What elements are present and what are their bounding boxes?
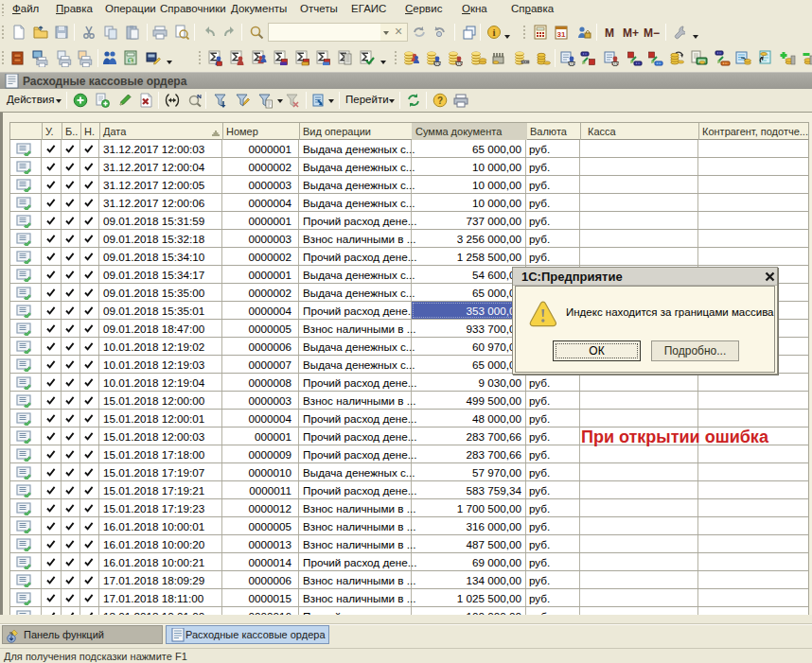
svg-text:31: 31: [557, 30, 566, 39]
svg-text:?: ?: [437, 96, 443, 106]
svg-text:$: $: [129, 58, 132, 64]
svg-text:i: i: [492, 26, 495, 38]
